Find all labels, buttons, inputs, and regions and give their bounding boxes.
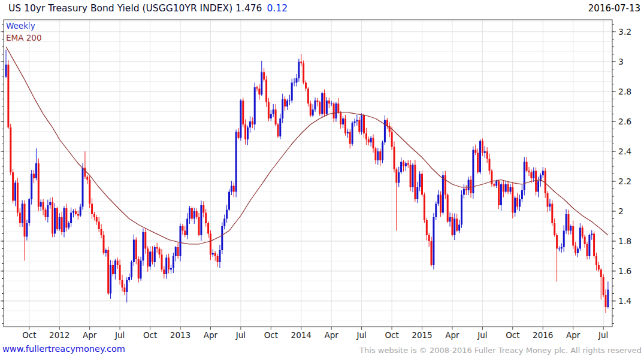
y-tick-label: 3 (618, 57, 624, 66)
y-tick-label: 3.2 (618, 27, 631, 36)
x-tick-label: Apr (445, 330, 459, 340)
x-tick-label: Oct (385, 330, 398, 340)
axis-labels-layer: Oct2012AprJulOct2013AprJulOct2014AprJulO… (22, 27, 631, 340)
x-tick-label: Oct (506, 330, 519, 340)
x-tick-label: Apr (325, 330, 339, 340)
x-tick-label: 2013 (170, 330, 191, 340)
x-tick-label: Oct (22, 330, 36, 340)
copyright-text: This website is © 2008-2016 Fuller Treac… (359, 346, 642, 355)
y-tick-label: 2.8 (618, 87, 631, 96)
x-tick-label: 2014 (291, 330, 312, 340)
x-tick-label: 2012 (49, 330, 69, 340)
x-tick-label: Apr (204, 330, 218, 340)
price-chart[interactable]: Oct2012AprJulOct2013AprJulOct2014AprJulO… (0, 0, 644, 359)
x-tick-label: Jul (356, 330, 366, 340)
x-tick-label: Jul (114, 330, 125, 340)
x-tick-label: Jul (235, 330, 246, 340)
y-tick-label: 2.4 (618, 147, 631, 156)
x-tick-label: 2015 (412, 330, 432, 340)
y-tick-label: 2 (618, 206, 624, 216)
website-link[interactable]: www.fullertreacymoney.com (2, 344, 125, 354)
y-tick-label: 1.6 (618, 266, 631, 276)
x-tick-label: Jul (477, 330, 487, 340)
x-tick-label: Apr (83, 330, 97, 340)
y-tick-label: 1.8 (618, 236, 631, 246)
ema-200-line (6, 47, 608, 244)
x-tick-label: Oct (264, 330, 278, 340)
grid-layer (4, 20, 612, 326)
y-tick-label: 1.4 (618, 296, 631, 306)
x-tick-label: 2016 (533, 330, 553, 340)
x-tick-label: Apr (566, 330, 580, 340)
x-tick-label: Oct (143, 330, 157, 340)
ema-line-layer (6, 47, 608, 244)
x-tick-label: Jul (598, 330, 608, 340)
y-tick-label: 2.6 (618, 117, 631, 126)
y-tick-label: 2.2 (618, 177, 631, 186)
